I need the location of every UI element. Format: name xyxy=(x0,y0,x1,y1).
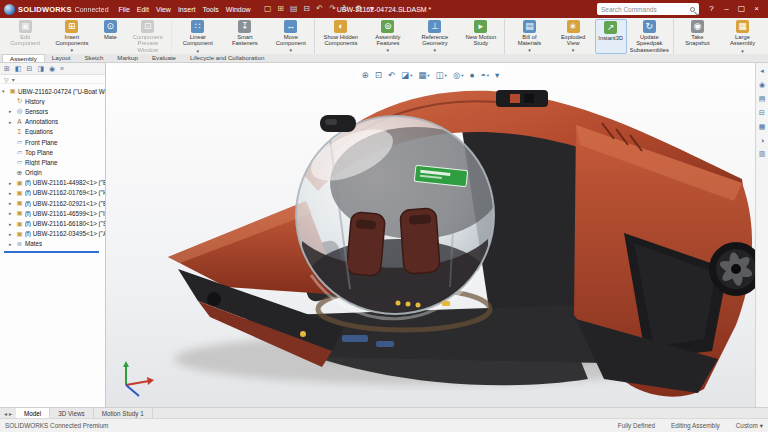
menu-item[interactable]: View xyxy=(156,6,171,13)
scroll-left-icon[interactable]: ◂ xyxy=(4,410,7,417)
displaymanager-tab-icon[interactable]: ◉ xyxy=(49,65,55,73)
ribbon-button[interactable]: ◐ Show Hidden Components ▾ xyxy=(317,19,364,54)
tree-item[interactable]: ▸ ▣ (f) UBW-21162-03495<1> ("Auto Co... xyxy=(2,229,105,239)
hide-show-items-icon[interactable]: ◎ ▾ xyxy=(453,70,464,80)
ribbon-button[interactable]: ⊥ Reference Geometry ▾ xyxy=(411,19,458,54)
print-icon[interactable]: ⊟ xyxy=(302,0,312,18)
file-explorer-icon[interactable]: ⊟ xyxy=(759,109,765,117)
expand-arrow-icon[interactable]: ▸ xyxy=(9,231,14,237)
tree-item[interactable]: ⊕ Origin xyxy=(2,168,105,178)
search-input[interactable]: Search Commands xyxy=(597,3,699,15)
expand-arrow-icon[interactable]: ▸ xyxy=(9,119,14,125)
ribbon-button[interactable]: ↧ Smart Fasteners ▾ xyxy=(221,19,268,54)
ribbon-button[interactable]: ⊞ Insert Components ▾ xyxy=(48,19,95,54)
section-view-icon[interactable]: ◪ ▾ xyxy=(401,70,412,80)
tree-item[interactable]: ▸ A Annotations xyxy=(2,117,105,127)
undo-icon[interactable]: ↶ xyxy=(315,0,325,18)
ribbon-button[interactable]: ⊙ Mate ▾ xyxy=(95,19,125,54)
tree-item[interactable]: ↻ History xyxy=(2,96,105,106)
menu-item[interactable]: Edit xyxy=(137,6,149,13)
maximize-icon[interactable]: ▢ xyxy=(734,0,749,18)
help-icon[interactable]: ? xyxy=(704,0,719,18)
view-orientation-icon[interactable]: ▦ ▾ xyxy=(418,70,429,80)
document-tab[interactable]: 3D Views xyxy=(50,408,93,418)
view-settings-icon[interactable]: ▾ ▾ xyxy=(495,70,499,80)
threedexperience-icon[interactable]: ◉ xyxy=(759,81,765,89)
tree-item[interactable]: ▸ ▣ (f) UBW-21161-46599<1> ("Interior ..… xyxy=(2,208,105,218)
document-tab[interactable]: Model xyxy=(16,408,50,418)
configurationmanager-tab-icon[interactable]: ⊟ xyxy=(27,65,33,73)
unit-system-selector[interactable]: Custom ▾ xyxy=(736,422,763,430)
ribbon-tab[interactable]: Layout xyxy=(45,54,78,62)
appearances-icon[interactable]: ◑ xyxy=(760,137,764,144)
expand-arrow-icon[interactable]: ▸ xyxy=(9,190,14,196)
menu-item[interactable]: File xyxy=(119,6,130,13)
tree-item[interactable]: ▸ ▣ (f) UBW-21162-01769<1> ("Human ... xyxy=(2,188,105,198)
expand-arrow-icon[interactable]: ▾ xyxy=(2,88,7,94)
search-icon[interactable] xyxy=(690,7,695,12)
ribbon-tab[interactable]: Assembly xyxy=(2,54,45,62)
ribbon-button[interactable]: ▤ Bill of Materials ▾ xyxy=(507,19,551,54)
expand-arrow-icon[interactable]: ▸ xyxy=(9,210,14,216)
tree-item[interactable]: ▸ ◎ Sensors xyxy=(2,106,105,116)
view-palette-icon[interactable]: ▦ xyxy=(759,123,766,131)
ribbon-button[interactable]: ∷ Linear Component Pattern ▾ xyxy=(174,19,221,54)
menu-item[interactable]: Window xyxy=(226,6,251,13)
propertymanager-tab-icon[interactable]: ◧ xyxy=(15,65,22,73)
ribbon-button[interactable]: ▣ Edit Component ▾ xyxy=(2,19,48,54)
expand-arrow-icon[interactable]: ▸ xyxy=(9,221,14,227)
zoom-fit-icon[interactable]: ⊕ ▾ xyxy=(362,70,369,80)
minimize-icon[interactable]: – xyxy=(719,0,734,18)
ribbon-tab[interactable]: Markup xyxy=(110,54,145,62)
ribbon-button[interactable]: ◉ Take Snapshot ▾ xyxy=(676,19,719,54)
filter-dropdown-icon[interactable]: ▾ xyxy=(12,76,15,83)
previous-view-icon[interactable]: ↶ ▾ xyxy=(388,70,395,80)
pane-chevron-icon[interactable]: » xyxy=(60,65,64,72)
tree-item[interactable]: ▱ Top Plane xyxy=(2,147,105,157)
tree-item[interactable]: ▱ Front Plane xyxy=(2,137,105,147)
featuremanager-tab-icon[interactable]: ⊞ xyxy=(4,65,10,73)
tree-root-item[interactable]: ▾ ▣ UBW-21162-04724 ("U-Boat Worx NEMO..… xyxy=(2,86,105,96)
ribbon-tab[interactable]: Evaluate xyxy=(145,54,183,62)
ribbon-button[interactable]: ▦ Large Assembly Settings ▾ xyxy=(719,19,766,54)
tree-item[interactable]: ▸ ▣ (f) UBW-21161-44982<1> ("Exostruc... xyxy=(2,178,105,188)
expand-arrow-icon[interactable]: ▸ xyxy=(9,108,14,114)
new-document-icon[interactable]: ▢ xyxy=(263,0,273,18)
document-tab[interactable]: Motion Study 1 xyxy=(94,408,153,418)
ribbon-button[interactable]: ∗ Exploded View ▾ xyxy=(552,19,595,54)
tree-item[interactable]: Σ Equations xyxy=(2,127,105,137)
zoom-area-icon[interactable]: ⊡ ▾ xyxy=(375,70,382,80)
submarine-3d-model[interactable] xyxy=(106,63,755,407)
ribbon-button[interactable]: ⊡ Component Preview Window ▾ xyxy=(125,19,172,54)
scroll-right-icon[interactable]: ▸ xyxy=(9,410,12,417)
tree-item[interactable]: ▸ ▣ (f) UBW-21162-02921<1> ("Battery S..… xyxy=(2,198,105,208)
ribbon-button[interactable]: ↗ Instant3D ▾ xyxy=(595,19,627,54)
ribbon-tab[interactable]: Lifecycle and Collaboration xyxy=(183,54,271,62)
menu-item[interactable]: Insert xyxy=(178,6,196,13)
ribbon-button[interactable]: ↔ Move Component ▾ xyxy=(268,19,315,54)
ribbon-button[interactable]: ▸ New Motion Study ▾ xyxy=(458,19,505,54)
edit-appearance-icon[interactable]: ● ▾ xyxy=(470,70,475,80)
ribbon-button[interactable]: ↻ Update Speedpak Subassemblies ▾ xyxy=(627,19,674,54)
graphics-viewport[interactable]: ⊕ ▾ ⊡ ▾ ↶ ▾ ◪ ▾ ▦ ▾ ◫ ▾ ◎ ▾ ● ▾ ◓ ▾ ▾ ▾ xyxy=(106,63,755,407)
custom-properties-icon[interactable]: ▥ xyxy=(759,150,766,158)
display-style-icon[interactable]: ◫ ▾ xyxy=(436,70,447,80)
apply-scene-icon[interactable]: ◓ ▾ xyxy=(481,70,489,80)
rollback-bar[interactable] xyxy=(4,251,99,253)
dimxpertmanager-tab-icon[interactable]: ◨ xyxy=(37,65,44,73)
menu-item[interactable]: Tools xyxy=(202,6,218,13)
design-library-icon[interactable]: ▤ xyxy=(759,95,766,103)
tree-item[interactable]: ▸ ⊚ Mates xyxy=(2,239,105,249)
tree-item[interactable]: ▱ Right Plane xyxy=(2,157,105,167)
open-document-icon[interactable]: ⊞ xyxy=(276,0,286,18)
expand-arrow-icon[interactable]: ▸ xyxy=(9,200,14,206)
expand-arrow-icon[interactable]: ▸ xyxy=(9,241,14,247)
ribbon-button[interactable]: ⊚ Assembly Features ▾ xyxy=(364,19,411,54)
filter-funnel-icon[interactable]: ▽ xyxy=(4,76,9,83)
collapse-taskpane-icon[interactable]: ◂ xyxy=(760,67,764,75)
save-icon[interactable]: ▤ xyxy=(289,0,299,18)
tree-item[interactable]: ▸ ▣ (f) UBW-21161-66180<1> ("Shape El... xyxy=(2,218,105,228)
ribbon-tab[interactable]: Sketch xyxy=(77,54,110,62)
expand-arrow-icon[interactable]: ▸ xyxy=(9,180,14,186)
close-icon[interactable]: × xyxy=(749,0,764,18)
